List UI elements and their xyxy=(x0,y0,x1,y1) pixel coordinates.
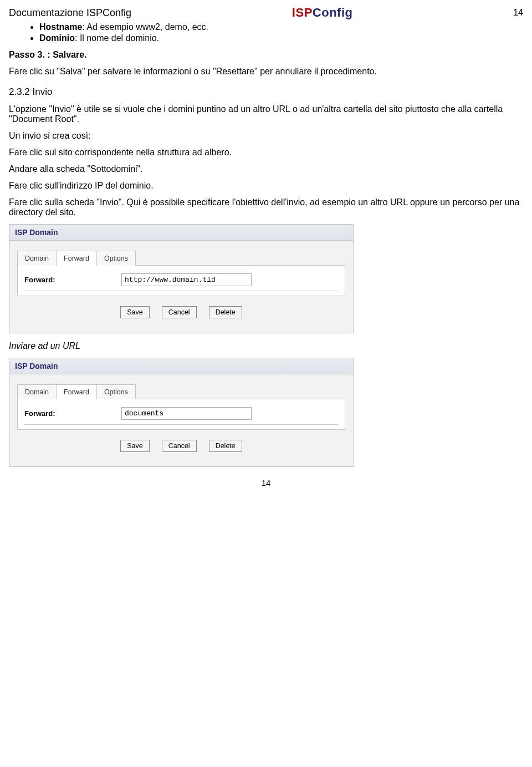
dominio-text: : Il nome del dominio. xyxy=(75,33,159,43)
tab-options[interactable]: Options xyxy=(96,384,136,399)
hostname-label: Hostname xyxy=(39,22,82,32)
panel-title: ISP Domain xyxy=(9,358,353,374)
cancel-button[interactable]: Cancel xyxy=(162,440,197,452)
forward-label: Forward: xyxy=(24,276,121,284)
section-232-p5: Fare clic sull'indirizzo IP del dominio. xyxy=(9,181,523,191)
tab-domain[interactable]: Domain xyxy=(17,251,57,266)
ispconfig-logo: ISPConfig xyxy=(292,6,353,20)
logo-isp: ISP xyxy=(292,6,313,19)
list-item: Dominio: Il nome del dominio. xyxy=(39,33,523,43)
step3-text: Fare clic su "Salva" per salvare le info… xyxy=(9,67,523,77)
page-number-top: 14 xyxy=(513,8,523,18)
page-number-bottom: 14 xyxy=(9,478,523,487)
doc-title: Documentazione ISPConfig xyxy=(9,7,131,19)
hostname-text: : Ad esempio www2, demo, ecc. xyxy=(82,22,208,32)
tab-domain[interactable]: Domain xyxy=(17,384,57,399)
caption-inviare-url: Inviare ad un URL xyxy=(9,341,523,351)
panel-title: ISP Domain xyxy=(9,225,353,241)
section-232-p4: Andare alla scheda "Sottodomini". xyxy=(9,164,523,174)
section-232-p3: Fare clic sul sito corrispondente nella … xyxy=(9,148,523,158)
delete-button[interactable]: Delete xyxy=(209,306,242,318)
tab-forward[interactable]: Forward xyxy=(56,251,97,266)
screenshot-forward-url: ISP Domain Domain Forward Options Forwar… xyxy=(9,224,523,333)
screenshot-forward-dir: ISP Domain Domain Forward Options Forwar… xyxy=(9,358,523,467)
divider xyxy=(24,424,338,425)
tab-forward[interactable]: Forward xyxy=(56,384,97,399)
logo-config: Config xyxy=(313,6,353,19)
section-232-p1: L'opzione "Invio" è utile se si vuole ch… xyxy=(9,104,523,124)
section-232-p2: Un invio si crea così: xyxy=(9,131,523,141)
delete-button[interactable]: Delete xyxy=(209,440,242,452)
list-item: Hostname: Ad esempio www2, demo, ecc. xyxy=(39,22,523,32)
step3-title: Passo 3. : Salvare. xyxy=(9,50,523,60)
forward-input[interactable] xyxy=(121,273,252,286)
section-232-p6: Fare clic sulla scheda "Invio". Qui è po… xyxy=(9,197,523,217)
dominio-label: Dominio xyxy=(39,33,75,43)
save-button[interactable]: Save xyxy=(120,306,150,318)
cancel-button[interactable]: Cancel xyxy=(162,306,197,318)
tab-bar: Domain Forward Options xyxy=(17,384,345,399)
forward-label: Forward: xyxy=(24,409,121,418)
section-232-heading: 2.3.2 Invio xyxy=(9,87,523,98)
intro-bullets: Hostname: Ad esempio www2, demo, ecc. Do… xyxy=(9,22,523,43)
forward-input[interactable] xyxy=(121,407,252,420)
tab-bar: Domain Forward Options xyxy=(17,251,345,266)
tab-options[interactable]: Options xyxy=(96,251,136,266)
save-button[interactable]: Save xyxy=(120,440,150,452)
divider xyxy=(24,291,338,291)
